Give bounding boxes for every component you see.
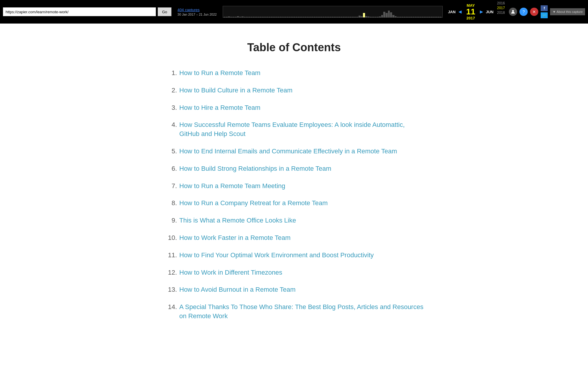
toc-item-number: 4. bbox=[162, 120, 179, 139]
toc-item-number: 11. bbox=[162, 251, 179, 260]
cal-year: 2017 bbox=[467, 16, 475, 20]
svg-point-0 bbox=[512, 10, 514, 12]
toc-item-number: 7. bbox=[162, 182, 179, 191]
wayback-url-section: Go bbox=[0, 0, 174, 24]
toc-item-link[interactable]: How to Build Culture in a Remote Team bbox=[179, 86, 293, 95]
toc-item-link[interactable]: How to Find Your Optimal Work Environmen… bbox=[179, 251, 374, 260]
toc-list: 1.How to Run a Remote Team2.How to Build… bbox=[162, 69, 427, 329]
toc-list-item: 4.How Successful Remote Teams Evaluate E… bbox=[162, 120, 427, 139]
cal-day: 11 bbox=[466, 8, 475, 16]
wayback-date-range: 30 Jan 2017 – 21 Jun 2022 bbox=[177, 13, 216, 16]
cal-next-button[interactable]: ► bbox=[478, 9, 485, 15]
toc-item-number: 1. bbox=[162, 69, 179, 78]
toc-list-item: 2.How to Build Culture in a Remote Team bbox=[162, 86, 427, 95]
wayback-timeline[interactable] bbox=[220, 0, 446, 24]
toc-list-item: 9.This is What a Remote Office Looks Lik… bbox=[162, 216, 427, 225]
cal-prev-button[interactable]: ◄ bbox=[457, 9, 463, 15]
toc-item-number: 12. bbox=[162, 268, 179, 277]
toc-item-link[interactable]: How to End Internal Emails and Communica… bbox=[179, 147, 397, 156]
toc-list-item: 1.How to Run a Remote Team bbox=[162, 69, 427, 78]
cal-month-jan: JAN bbox=[448, 10, 456, 14]
toc-item-number: 2. bbox=[162, 86, 179, 95]
close-icon[interactable]: ✕ bbox=[530, 8, 538, 16]
twitter-icon[interactable]: 🐦 bbox=[541, 12, 548, 18]
toc-item-link[interactable]: How to Run a Remote Team Meeting bbox=[179, 182, 285, 191]
toc-item-number: 10. bbox=[162, 233, 179, 243]
cal-year-next[interactable]: 2018 bbox=[497, 11, 505, 15]
toc-item-link[interactable]: How to Hire a Remote Team bbox=[179, 103, 261, 112]
toc-list-item: 14.A Special Thanks To Those Who Share: … bbox=[162, 303, 427, 321]
wayback-captures-link[interactable]: 404 captures bbox=[177, 8, 216, 12]
cal-years-nav: 2016 2017 2018 bbox=[496, 0, 506, 24]
wayback-go-button[interactable]: Go bbox=[158, 7, 171, 16]
toc-item-link[interactable]: A Special Thanks To Those Who Share: The… bbox=[179, 303, 427, 321]
cal-year-prev[interactable]: 2016 bbox=[497, 1, 505, 5]
toc-list-item: 11.How to Find Your Optimal Work Environ… bbox=[162, 251, 427, 260]
toc-item-link[interactable]: How to Avoid Burnout in a Remote Team bbox=[179, 285, 296, 294]
toc-list-item: 8.How to Run a Company Retreat for a Rem… bbox=[162, 199, 427, 208]
cal-month-jun: JUN bbox=[486, 10, 494, 14]
wayback-toolbar: Go 404 captures 30 Jan 2017 – 21 Jun 202… bbox=[0, 0, 588, 24]
social-icons: f 🐦 bbox=[541, 5, 548, 18]
toc-item-number: 5. bbox=[162, 147, 179, 156]
toc-item-link[interactable]: How to Work Faster in a Remote Team bbox=[179, 233, 291, 243]
toc-item-number: 9. bbox=[162, 216, 179, 225]
toc-item-link[interactable]: How to Run a Company Retreat for a Remot… bbox=[179, 199, 328, 208]
toc-item-link[interactable]: How to Work in Different Timezones bbox=[179, 268, 282, 277]
toc-item-link[interactable]: How to Run a Remote Team bbox=[179, 69, 261, 78]
facebook-icon[interactable]: f bbox=[541, 5, 548, 11]
user-icon[interactable] bbox=[509, 8, 517, 16]
toc-list-item: 12.How to Work in Different Timezones bbox=[162, 268, 427, 277]
about-capture-button[interactable]: ▼ About this capture bbox=[550, 8, 585, 15]
toc-list-item: 13.How to Avoid Burnout in a Remote Team bbox=[162, 285, 427, 294]
toc-item-link[interactable]: This is What a Remote Office Looks Like bbox=[179, 216, 296, 225]
toc-list-item: 3.How to Hire a Remote Team bbox=[162, 103, 427, 112]
timeline-bars bbox=[223, 6, 442, 17]
toc-list-item: 6.How to Build Strong Relationships in a… bbox=[162, 164, 427, 173]
wayback-icons-section: ? ✕ f 🐦 ▼ About this capture bbox=[506, 0, 588, 24]
help-icon[interactable]: ? bbox=[519, 8, 528, 16]
cal-year-current[interactable]: 2017 bbox=[497, 6, 505, 10]
toc-item-number: 8. bbox=[162, 199, 179, 208]
cal-year-section: MAY 11 2017 bbox=[464, 2, 477, 21]
wayback-calendar-section: JAN ◄ MAY 11 2017 ► JUN bbox=[446, 0, 496, 24]
toc-list-item: 10.How to Work Faster in a Remote Team bbox=[162, 233, 427, 243]
toc-item-link[interactable]: How Successful Remote Teams Evaluate Emp… bbox=[179, 120, 427, 139]
toc-item-number: 6. bbox=[162, 164, 179, 173]
toc-item-number: 14. bbox=[162, 303, 179, 321]
toc-item-link[interactable]: How to Build Strong Relationships in a R… bbox=[179, 164, 332, 173]
toc-item-number: 3. bbox=[162, 103, 179, 112]
wayback-captures-section: 404 captures 30 Jan 2017 – 21 Jun 2022 bbox=[174, 0, 219, 24]
wayback-url-input[interactable] bbox=[3, 7, 156, 16]
toc-title: Table of Contents bbox=[247, 41, 341, 54]
main-content: Table of Contents 1.How to Run a Remote … bbox=[0, 24, 588, 353]
toc-list-item: 5.How to End Internal Emails and Communi… bbox=[162, 147, 427, 156]
timeline-bar[interactable] bbox=[223, 6, 443, 18]
toc-item-number: 13. bbox=[162, 285, 179, 294]
toc-list-item: 7.How to Run a Remote Team Meeting bbox=[162, 182, 427, 191]
